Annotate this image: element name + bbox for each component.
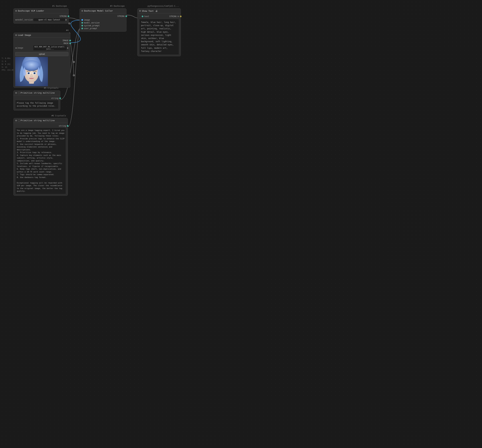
- svg-point-3: [73, 74, 75, 76]
- stat-line2: I: 0: [2, 60, 14, 63]
- show-text-menu-icon[interactable]: ≡: [177, 15, 179, 18]
- node3-title: Dashscope Model Caller: [84, 9, 113, 12]
- node5-text[interactable]: Please tag the following image according…: [15, 100, 58, 109]
- show-text-id: pythongosssss/ComfyUI-C...: [148, 5, 179, 7]
- node1-string-dot[interactable]: [68, 16, 69, 17]
- node3-system-dot[interactable]: [81, 25, 83, 26]
- dashscope-model-caller-node: #3 Dashscope Dashscope Model Caller STRI…: [80, 8, 127, 32]
- node6-checkbox-label: Primitive string multiline: [18, 119, 55, 122]
- node3-user-input: user_prompt: [84, 27, 125, 30]
- node3-id: #3 Dashscope: [110, 5, 125, 7]
- node6-string-output: string: [15, 125, 66, 127]
- svg-point-12: [28, 73, 29, 73]
- node1-model-param: ◀ model_version qwen-vl-max-latest ▶: [15, 18, 67, 21]
- node5-status-dot: [15, 92, 17, 94]
- node3-string-output: STRING: [81, 15, 125, 17]
- node6-status-dot: [15, 120, 17, 121]
- stats-panel: T: 0.00s I: 0 N: 8 [6] V: 15 FPS: 153.85: [2, 57, 14, 72]
- svg-point-16: [34, 73, 34, 73]
- primitive-string-6-node: #6 Crystools Primitive string multiline …: [13, 118, 68, 196]
- show-text-status-dot: [139, 10, 141, 12]
- node4-header: Load Image: [14, 33, 70, 38]
- node6-header: Primitive string multiline: [14, 118, 68, 123]
- node5-checkbox-label: Primitive string multiline: [18, 92, 55, 94]
- load-image-node: #4 Load Image IMAGE MASK ◀ image 023_404…: [13, 33, 70, 88]
- node4-id: #4: [66, 29, 69, 32]
- node1-string-output: STRING: [15, 15, 67, 17]
- node1-header: Dashscope VLM Loader: [14, 8, 69, 13]
- node4-title: Load Image: [18, 34, 31, 36]
- node1-status-dot: [15, 10, 17, 12]
- node1-id: #1 Dashscope: [52, 5, 67, 7]
- node6-checkbox[interactable]: [18, 120, 20, 121]
- node4-image-dot[interactable]: [69, 40, 71, 41]
- show-text-input-dot[interactable]: [142, 16, 143, 17]
- node3-string-dot[interactable]: [125, 16, 127, 17]
- node3-model-input: model_version: [84, 22, 125, 24]
- stat-time: T: 0.00s: [2, 57, 14, 60]
- node3-status-dot: [81, 10, 83, 12]
- node1-next-arrow[interactable]: ▶: [66, 19, 67, 21]
- node6-string-dot[interactable]: [67, 125, 69, 127]
- node3-user-dot[interactable]: [81, 28, 83, 29]
- node6-text[interactable]: You are a image tagging expert. I hired …: [15, 128, 66, 194]
- node5-header: Primitive string multiline: [14, 91, 60, 95]
- node5-string-dot[interactable]: [59, 97, 61, 99]
- upload-button[interactable]: upload: [15, 52, 69, 56]
- node5-id: #5 Crystools: [44, 87, 58, 89]
- node1-model-value[interactable]: qwen-vl-max-latest: [33, 18, 65, 21]
- svg-point-8: [23, 60, 40, 71]
- show-text-content: female, blue hair, long hair, portrait, …: [139, 19, 179, 55]
- node1-title: Dashscope VLM Loader: [18, 9, 44, 12]
- node4-image-param: ◀ image 023_404_047_4k_julia-orwell-juli…: [15, 45, 69, 50]
- node4-image-output: IMAGE: [15, 39, 69, 42]
- node3-image-dot[interactable]: [81, 19, 83, 21]
- dashscope-vlm-loader-node: #1 Dashscope Dashscope VLM Loader STRING…: [13, 8, 69, 24]
- node3-model-dot[interactable]: [81, 22, 83, 24]
- node6-title: Primitive string multiline: [21, 119, 55, 122]
- node4-mask-dot[interactable]: [69, 42, 71, 44]
- node5-string-output: string: [15, 97, 58, 99]
- primitive-string-5-node: #5 Crystools Primitive string multiline …: [13, 90, 60, 111]
- stat-nodes: N: 8 [6]: [2, 63, 14, 66]
- show-text-output-dot[interactable]: [180, 16, 182, 17]
- node4-image-value[interactable]: 023_404_047_4k_julia-orwell-juli...: [33, 45, 66, 50]
- show-text-title: Show Text: [142, 10, 153, 12]
- svg-point-0: [69, 23, 70, 24]
- stat-fps: FPS: 153.85: [2, 69, 14, 72]
- node3-system-input: system_prompt: [84, 24, 125, 27]
- node4-prev-arrow[interactable]: ◀: [15, 47, 16, 49]
- node4-next-arrow[interactable]: ▶: [67, 47, 69, 49]
- show-text-header: Show Text 🖨: [137, 8, 181, 13]
- node4-mask-output: MASK: [15, 42, 69, 45]
- node4-status-dot: [15, 34, 17, 36]
- node5-checkbox[interactable]: [18, 92, 20, 94]
- node5-title: Primitive string multiline: [21, 92, 55, 94]
- show-text-icon: 🖨: [155, 9, 158, 12]
- node1-prev-arrow[interactable]: ◀: [15, 19, 16, 21]
- svg-point-2: [73, 61, 75, 63]
- node6-id: #6 Crystools: [51, 114, 66, 117]
- node3-image-input: image: [84, 19, 125, 21]
- stat-vram: V: 15: [2, 66, 14, 69]
- show-text-node: pythongosssss/ComfyUI-C... Show Text 🖨 t…: [137, 8, 181, 56]
- node3-header: Dashscope Model Caller: [80, 8, 126, 13]
- image-preview: [15, 57, 48, 86]
